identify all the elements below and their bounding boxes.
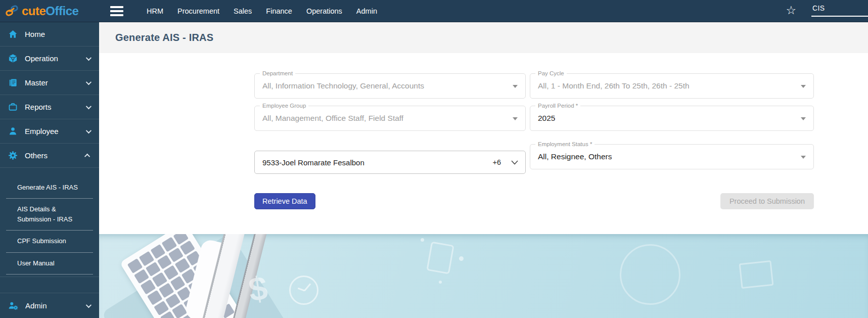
favorites-star-icon[interactable]: ☆ <box>786 5 796 16</box>
sidebar-subitem-ais-details-submission-iras[interactable]: AIS Details & Submission - IRAS <box>0 199 99 230</box>
pay-cycle-select[interactable]: Pay Cycle All, 1 - Month End, 26th To 25… <box>530 73 814 99</box>
chevron-down-icon <box>86 302 92 307</box>
nav-sales[interactable]: Sales <box>234 7 252 15</box>
sidebar-item-label: Master <box>25 78 48 87</box>
divider <box>6 274 93 275</box>
employment-status-label: Employment Status * <box>535 141 595 147</box>
pay-cycle-value: All, 1 - Month End, 26th To 25th, 26th -… <box>538 81 690 90</box>
dropdown-arrow-icon <box>513 85 518 88</box>
chevron-down-icon <box>86 103 92 109</box>
master-icon <box>8 78 18 87</box>
chevron-down-icon <box>86 79 92 84</box>
logo-text: cuteOffice <box>22 4 78 18</box>
employee-select-value: 9533-Joel Romarate Fesalbon <box>262 158 364 167</box>
home-icon <box>8 29 18 39</box>
page-header: Generate AIS - IRAS <box>99 22 868 53</box>
sidebar-item-label: Employee <box>25 127 59 135</box>
page-title: Generate AIS - IRAS <box>115 32 213 43</box>
circle-doodle <box>620 244 680 305</box>
sidebar-item-label: Admin <box>25 301 47 310</box>
department-value: All, Information Technology, General, Ac… <box>262 81 424 90</box>
background-illustration: $ <box>99 234 868 318</box>
chevron-down-icon <box>86 55 92 60</box>
nav-admin[interactable]: Admin <box>356 7 377 15</box>
main-content: Generate AIS - IRAS Department All, Info… <box>99 22 868 318</box>
employee-group-value: All, Management, Office Staff, Field Sta… <box>262 114 403 123</box>
employee-group-label: Employee Group <box>260 103 308 109</box>
sidebar-item-employee[interactable]: Employee <box>0 119 99 144</box>
sidebar-item-reports[interactable]: Reports <box>0 95 99 119</box>
menu-toggle-button[interactable] <box>110 6 123 16</box>
nav-operations[interactable]: Operations <box>306 7 342 15</box>
document-doodle-icon <box>426 241 454 274</box>
box-doodle <box>739 260 774 289</box>
clock-doodle-icon <box>289 276 318 305</box>
generate-ais-form: Department All, Information Technology, … <box>254 53 814 209</box>
chevron-down-icon <box>86 127 92 133</box>
nav-finance[interactable]: Finance <box>266 7 292 15</box>
employee-select[interactable]: 9533-Joel Romarate Fesalbon +6 <box>254 151 526 174</box>
topbar-right-section: ☆ CIS <box>786 4 868 18</box>
app-logo[interactable]: cuteOffice <box>0 4 99 18</box>
admin-icon <box>8 301 18 310</box>
user-label: CIS <box>812 4 825 12</box>
payroll-period-select[interactable]: Payroll Period * 2025 <box>530 106 814 131</box>
subitem-label: User Manual <box>17 258 55 268</box>
employee-group-select[interactable]: Employee Group All, Management, Office S… <box>254 106 526 131</box>
operation-icon <box>8 54 18 63</box>
employee-extra-count-badge: +6 <box>492 158 501 166</box>
nav-hrm[interactable]: HRM <box>147 7 163 15</box>
logo-text-office: Office <box>45 4 78 18</box>
sidebar-item-master[interactable]: Master <box>0 71 99 95</box>
sidebar-subitem-user-manual[interactable]: User Manual <box>0 253 99 274</box>
payroll-period-label: Payroll Period * <box>535 103 580 109</box>
sidebar-item-label: Others <box>25 151 48 160</box>
others-submenu: Generate AIS - IRAS AIS Details & Submis… <box>0 168 99 277</box>
employment-status-value: All, Resignee, Others <box>538 152 612 161</box>
decorative-dot <box>421 238 424 242</box>
cuteoffice-logo-icon <box>5 4 19 18</box>
sidebar-item-label: Operation <box>25 54 58 63</box>
dropdown-arrow-icon <box>801 85 806 88</box>
logo-text-cute: cute <box>22 4 45 18</box>
decorative-dot <box>439 281 442 284</box>
sidebar-item-others[interactable]: Others <box>0 144 99 168</box>
proceed-to-submission-button[interactable]: Proceed to Submission <box>720 193 814 209</box>
dropdown-arrow-icon <box>801 117 806 120</box>
chevron-up-icon <box>84 153 90 159</box>
dropdown-arrow-icon <box>513 117 518 120</box>
department-label: Department <box>260 70 295 76</box>
sidebar-item-home[interactable]: Home <box>0 22 99 47</box>
retrieve-data-button[interactable]: Retrieve Data <box>254 193 315 209</box>
payroll-period-value: 2025 <box>538 114 555 123</box>
subitem-label: CPF Submission <box>17 236 66 246</box>
department-select[interactable]: Department All, Information Technology, … <box>254 73 526 99</box>
sidebar: Home Operation Master <box>0 22 99 318</box>
pay-cycle-label: Pay Cycle <box>535 70 567 76</box>
sidebar-item-operation[interactable]: Operation <box>0 47 99 71</box>
chevron-down-icon <box>511 160 518 165</box>
employment-status-select[interactable]: Employment Status * All, Resignee, Other… <box>530 144 814 169</box>
sidebar-item-label: Home <box>25 30 45 38</box>
gear-icon <box>8 151 18 160</box>
sidebar-item-admin[interactable]: Admin <box>0 293 99 318</box>
sidebar-subitem-cpf-submission[interactable]: CPF Submission <box>0 231 99 252</box>
top-nav-menu: HRM Procurement Sales Finance Operations… <box>147 7 377 15</box>
sidebar-item-label: Reports <box>25 103 52 111</box>
dropdown-arrow-icon <box>801 156 806 159</box>
nav-procurement[interactable]: Procurement <box>177 7 219 15</box>
top-navigation-bar: cuteOffice HRM Procurement Sales Finance… <box>0 0 868 22</box>
decorative-dot <box>459 256 464 261</box>
subitem-label: AIS Details & Submission - IRAS <box>17 204 84 224</box>
user-field[interactable]: CIS <box>811 4 868 17</box>
sidebar-subitem-generate-ais-iras[interactable]: Generate AIS - IRAS <box>0 177 99 198</box>
form-panel: Department All, Information Technology, … <box>99 53 868 234</box>
employee-icon <box>8 126 18 136</box>
reports-icon <box>8 102 18 112</box>
subitem-label: Generate AIS - IRAS <box>17 183 78 193</box>
